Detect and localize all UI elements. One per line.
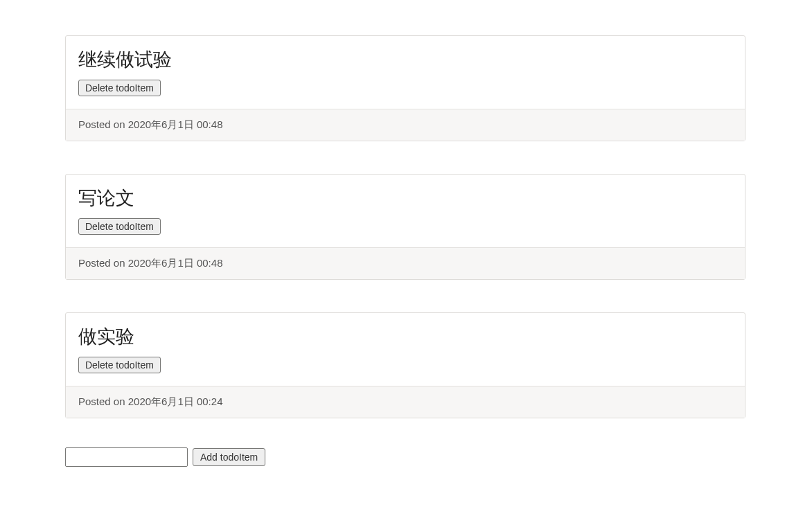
todo-card: 继续做试验 Delete todoItem Posted on 2020年6月1… [65, 35, 745, 141]
todo-card-body: 做实验 Delete todoItem [66, 313, 745, 386]
todo-card-body: 写论文 Delete todoItem [66, 175, 745, 247]
todo-card-footer: Posted on 2020年6月1日 00:48 [66, 247, 745, 279]
todo-card-body: 继续做试验 Delete todoItem [66, 36, 745, 109]
todo-card-footer: Posted on 2020年6月1日 00:48 [66, 109, 745, 141]
add-todo-input[interactable] [65, 447, 188, 467]
add-todo-button[interactable]: Add todoItem [193, 448, 265, 466]
delete-button[interactable]: Delete todoItem [78, 80, 161, 96]
todo-card: 写论文 Delete todoItem Posted on 2020年6月1日 … [65, 174, 745, 280]
todo-title: 做实验 [78, 324, 732, 349]
posted-date: 2020年6月1日 00:24 [128, 395, 223, 407]
todo-title: 继续做试验 [78, 47, 732, 72]
todo-card-footer: Posted on 2020年6月1日 00:24 [66, 386, 745, 418]
delete-button[interactable]: Delete todoItem [78, 218, 161, 235]
posted-prefix: Posted on [78, 395, 128, 407]
todo-card: 做实验 Delete todoItem Posted on 2020年6月1日 … [65, 312, 745, 418]
posted-prefix: Posted on [78, 118, 128, 130]
posted-date: 2020年6月1日 00:48 [128, 257, 223, 269]
todo-container: 继续做试验 Delete todoItem Posted on 2020年6月1… [0, 35, 812, 467]
todo-title: 写论文 [78, 186, 732, 211]
add-todo-form: Add todoItem [65, 447, 745, 467]
posted-date: 2020年6月1日 00:48 [128, 118, 223, 130]
posted-prefix: Posted on [78, 257, 128, 269]
delete-button[interactable]: Delete todoItem [78, 357, 161, 373]
